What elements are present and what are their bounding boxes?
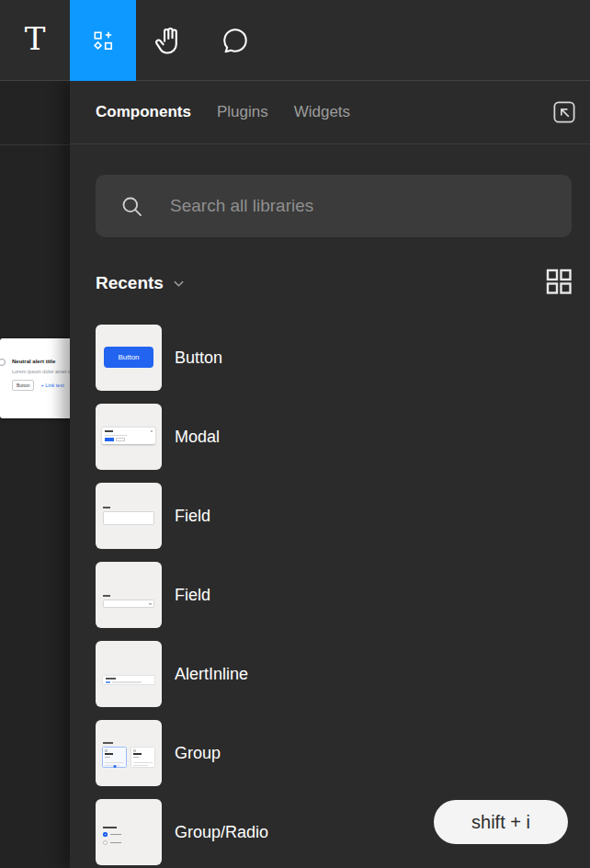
preview-card [130, 747, 155, 768]
component-item-button[interactable]: Button Button [96, 325, 590, 391]
component-label: Field [175, 586, 210, 605]
preview-detail [106, 678, 116, 680]
preview-detail [110, 842, 121, 844]
component-thumbnail-group-radio[interactable] [96, 799, 162, 865]
canvas[interactable]: Neutral alert title Lorem ipsum dolor am… [0, 81, 70, 868]
preview-button: Button [104, 347, 153, 368]
preview-detail [105, 430, 113, 432]
component-thumbnail-field[interactable] [96, 483, 162, 549]
preview-detail [103, 827, 117, 828]
component-label: AlertInline [175, 665, 248, 684]
component-label: Field [175, 507, 210, 526]
component-label: Group/Radio [175, 823, 268, 842]
component-item-group[interactable]: Group [96, 720, 590, 786]
preview-detail [110, 834, 121, 836]
preview-detail [113, 765, 116, 768]
text-tool-icon: T [19, 22, 51, 59]
assets-panel: Components Plugins Widgets Recents [70, 81, 590, 868]
preview-detail [112, 681, 142, 683]
preview-detail [133, 749, 136, 752]
preview-alert [102, 675, 155, 685]
grid-view-button[interactable] [546, 268, 572, 298]
panel-header: Components Plugins Widgets [70, 81, 590, 144]
component-thumbnail-field-2[interactable] [96, 562, 162, 628]
alert-button: Button [12, 380, 34, 391]
preview-detail [103, 511, 154, 525]
preview-detail [106, 681, 110, 683]
section-title: Recents [96, 273, 164, 293]
text-tool-button[interactable]: T [0, 0, 70, 81]
component-item-modal[interactable]: Modal [96, 404, 590, 470]
preview-detail [133, 762, 153, 763]
preview-detail [103, 742, 113, 744]
tab-components[interactable]: Components [96, 103, 191, 121]
preview-detail [105, 435, 127, 436]
alert-actions: Button + Link text [12, 380, 64, 391]
component-label: Group [175, 744, 221, 763]
alert-title: Neutral alert title [12, 359, 55, 364]
component-thumbnail-alertinline[interactable] [96, 641, 162, 707]
comment-tool-button[interactable] [202, 0, 268, 81]
preview-detail [116, 438, 125, 441]
comment-tool-icon [221, 26, 250, 55]
tab-widgets[interactable]: Widgets [294, 103, 350, 121]
preview-detail [133, 757, 139, 758]
preview-modal [102, 428, 155, 444]
pop-out-panel-button[interactable] [550, 97, 579, 127]
preview-detail [149, 602, 152, 605]
canvas-divider [0, 144, 70, 145]
component-item-field-2[interactable]: Field [96, 562, 590, 628]
search-input[interactable] [170, 196, 519, 216]
radio-on-icon [103, 832, 108, 837]
preview-detail [105, 762, 124, 763]
search-bar[interactable] [96, 175, 572, 237]
info-icon [0, 359, 6, 366]
section-row: Recents [96, 268, 572, 298]
preview-detail [151, 430, 153, 432]
component-label: Button [175, 348, 222, 368]
preview-detail [103, 600, 154, 608]
preview-card-selected [102, 747, 127, 768]
preview-detail [103, 595, 110, 597]
component-thumbnail-modal[interactable] [96, 404, 162, 470]
preview-detail [133, 753, 142, 755]
search-icon [119, 194, 144, 219]
panel-tabs: Components Plugins Widgets [96, 103, 350, 121]
preview-detail [105, 438, 114, 441]
component-item-alertinline[interactable]: AlertInline [96, 641, 590, 707]
components-tool-icon [91, 29, 115, 52]
recents-dropdown[interactable]: Recents [96, 273, 186, 293]
chevron-down-icon [172, 277, 186, 291]
hand-tool-icon [153, 25, 185, 56]
hand-tool-button[interactable] [136, 0, 202, 81]
components-tool-button[interactable] [70, 0, 136, 81]
preview-detail [105, 749, 108, 752]
panel-body: Recents Button Button [70, 144, 590, 868]
arrow-up-left-square-icon [550, 98, 578, 126]
canvas-alert-component[interactable]: Neutral alert title Lorem ipsum dolor am… [0, 338, 70, 418]
component-item-field[interactable]: Field [96, 483, 590, 549]
component-label: Modal [175, 428, 220, 447]
svg-text:T: T [25, 22, 46, 57]
preview-detail [103, 507, 110, 508]
component-thumbnail-group[interactable] [96, 720, 162, 786]
preview-radio-selected [103, 832, 121, 837]
preview-detail [105, 757, 110, 758]
radio-off-icon [103, 840, 108, 845]
component-thumbnail-button[interactable]: Button [96, 325, 162, 391]
shortcut-hint-pill: shift + i [434, 800, 568, 844]
preview-detail [105, 765, 119, 766]
toolbar: T [0, 0, 590, 81]
preview-radio [103, 840, 121, 845]
preview-detail [105, 753, 113, 755]
component-list: Button Button Modal [96, 325, 590, 865]
tab-plugins[interactable]: Plugins [217, 103, 268, 121]
alert-link: + Link text [40, 383, 63, 388]
alert-body: Lorem ipsum dolor amet conse [12, 369, 70, 374]
grid-view-icon [546, 268, 572, 294]
preview-detail [133, 765, 148, 766]
